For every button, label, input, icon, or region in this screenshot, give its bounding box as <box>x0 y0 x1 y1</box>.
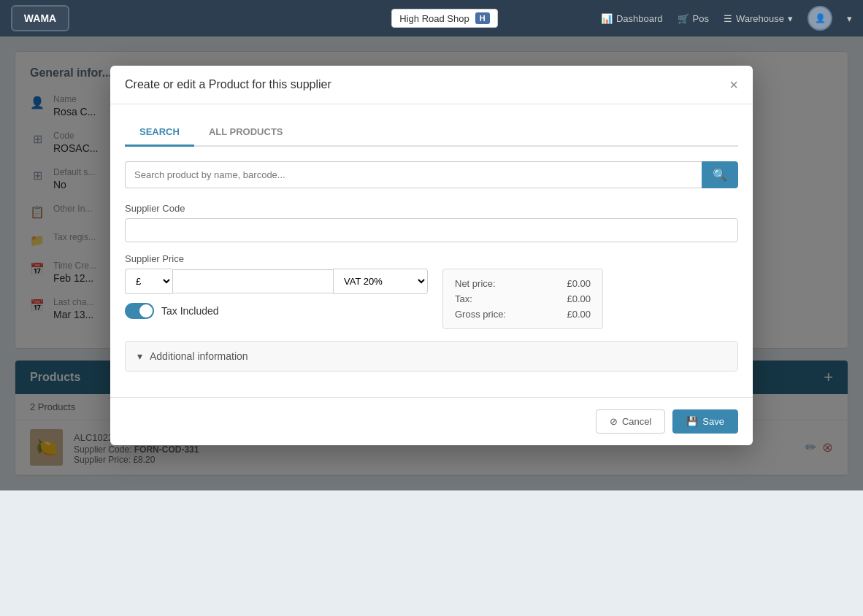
nav-links: 📊 Dashboard 🛒 Pos ☰ Warehouse ▾ 👤 ▾ <box>601 6 852 31</box>
save-icon: 💾 <box>686 416 698 427</box>
accordion-header[interactable]: ▾ Additional information <box>126 342 737 371</box>
pos-nav[interactable]: 🛒 Pos <box>678 13 709 24</box>
dashboard-icon: 📊 <box>601 13 613 24</box>
search-row: 🔍 <box>125 161 738 188</box>
warehouse-label: Warehouse <box>736 13 784 24</box>
top-navigation: WAMA High Road Shop H 📊 Dashboard 🛒 Pos … <box>0 0 863 36</box>
modal-footer: ⊘ Cancel 💾 Save <box>110 397 753 445</box>
modal-tabs: SEARCH ALL PRODUCTS <box>125 119 738 147</box>
price-summary: Net price: £0.00 Tax: £0.00 Gross price:… <box>442 269 603 329</box>
gross-price-row: Gross price: £0.00 <box>455 309 591 320</box>
tax-included-toggle[interactable] <box>125 303 154 319</box>
price-row: £ $ € VAT 20% VAT 0% No VAT <box>125 269 428 294</box>
modal-header: Create or edit a Product for this suppli… <box>110 66 753 104</box>
shop-badge: H <box>475 12 490 24</box>
gross-price-label: Gross price: <box>455 309 506 320</box>
price-amount-input[interactable] <box>172 269 333 293</box>
save-button[interactable]: 💾 Save <box>672 409 738 434</box>
warehouse-icon: ☰ <box>724 13 732 24</box>
tax-summary-label: Tax: <box>455 293 472 304</box>
modal-body: SEARCH ALL PRODUCTS 🔍 Supplier Code Supp… <box>110 104 753 397</box>
gross-price-value: £0.00 <box>567 309 591 320</box>
main-content: General infor... 👤 Name Rosa C... ⊞ Code… <box>0 36 863 490</box>
currency-select[interactable]: £ $ € <box>125 269 172 294</box>
tax-row-summary: Tax: £0.00 <box>455 293 591 304</box>
modal-close-button[interactable]: × <box>729 77 738 92</box>
supplier-code-input[interactable] <box>125 218 738 242</box>
price-flex: £ $ € VAT 20% VAT 0% No VAT <box>125 269 738 330</box>
search-button[interactable]: 🔍 <box>702 161 738 188</box>
vat-select[interactable]: VAT 20% VAT 0% No VAT <box>333 269 428 294</box>
chevron-down-icon: ▾ <box>137 350 142 362</box>
app-logo: WAMA <box>11 5 69 31</box>
supplier-price-label: Supplier Price <box>125 253 738 264</box>
tab-search[interactable]: SEARCH <box>125 119 194 147</box>
price-inputs: £ $ € VAT 20% VAT 0% No VAT <box>125 269 428 330</box>
dashboard-label: Dashboard <box>616 13 663 24</box>
save-label: Save <box>702 416 724 427</box>
pos-label: Pos <box>693 13 709 24</box>
net-price-label: Net price: <box>455 278 496 289</box>
shop-name: High Road Shop <box>399 13 469 24</box>
avatar[interactable]: 👤 <box>808 6 832 31</box>
warehouse-chevron-icon: ▾ <box>788 13 793 24</box>
create-edit-product-modal: Create or edit a Product for this suppli… <box>110 66 753 445</box>
supplier-code-label: Supplier Code <box>125 203 738 214</box>
supplier-price-section: Supplier Price £ $ € <box>125 253 738 330</box>
modal-title: Create or edit a Product for this suppli… <box>125 78 331 91</box>
cancel-button[interactable]: ⊘ Cancel <box>596 409 665 434</box>
cancel-label: Cancel <box>622 416 651 427</box>
tax-summary-value: £0.00 <box>567 293 591 304</box>
pos-icon: 🛒 <box>678 13 689 24</box>
shop-selector[interactable]: High Road Shop H <box>391 9 497 28</box>
tax-included-row: Tax Included <box>125 303 428 319</box>
tab-all-products[interactable]: ALL PRODUCTS <box>194 119 298 147</box>
net-price-value: £0.00 <box>567 278 591 289</box>
modal-overlay: Create or edit a Product for this suppli… <box>0 36 863 490</box>
tax-included-label: Tax Included <box>161 305 219 317</box>
search-input[interactable] <box>125 161 702 188</box>
warehouse-nav[interactable]: ☰ Warehouse ▾ <box>724 13 793 24</box>
accordion-label: Additional information <box>150 350 248 362</box>
cancel-icon: ⊘ <box>610 416 618 427</box>
additional-info-accordion[interactable]: ▾ Additional information <box>125 341 738 371</box>
dashboard-nav[interactable]: 📊 Dashboard <box>601 13 663 24</box>
avatar-chevron-icon: ▾ <box>847 13 852 24</box>
supplier-code-section: Supplier Code <box>125 203 738 242</box>
net-price-row: Net price: £0.00 <box>455 278 591 289</box>
